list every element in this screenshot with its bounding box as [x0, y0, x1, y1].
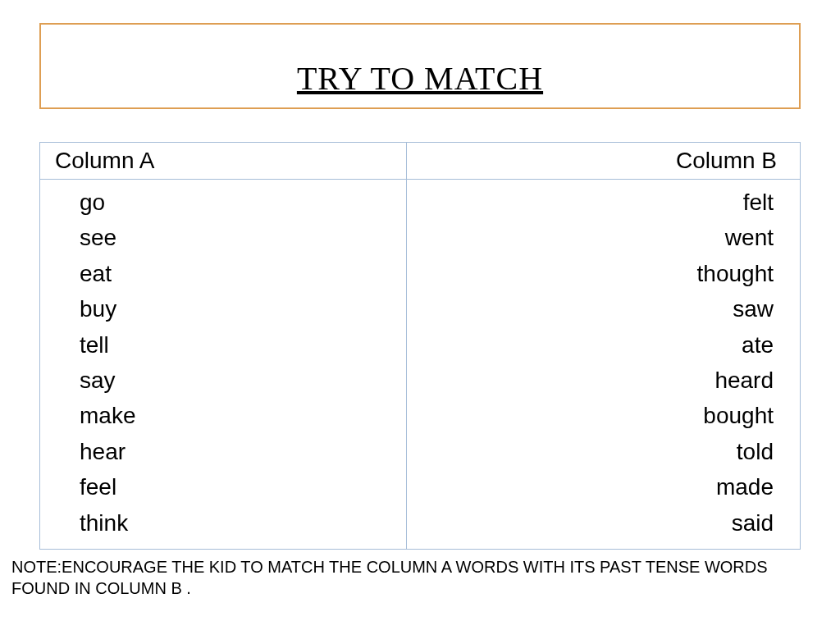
list-item: eat — [40, 256, 406, 291]
column-b-list: felt went thought saw ate heard bought t… — [407, 185, 800, 541]
list-item: buy — [40, 291, 406, 326]
column-a-cell: go see eat buy tell say make hear feel t… — [40, 180, 407, 550]
note-text: NOTE:ENCOURAGE THE KID TO MATCH THE COLU… — [11, 556, 829, 599]
column-a-header: Column A — [40, 143, 407, 180]
list-item: said — [407, 505, 800, 541]
list-item: think — [40, 505, 406, 541]
list-item: go — [40, 185, 406, 220]
list-item: see — [40, 220, 406, 255]
list-item: tell — [40, 327, 406, 363]
match-table-container: Column A Column B go see eat buy tell sa… — [39, 142, 801, 550]
list-item: bought — [407, 398, 800, 433]
match-table: Column A Column B go see eat buy tell sa… — [39, 142, 801, 550]
list-item: heard — [407, 363, 800, 398]
list-item: saw — [407, 291, 800, 326]
column-a-list: go see eat buy tell say make hear feel t… — [40, 185, 406, 541]
list-item: say — [40, 363, 406, 398]
list-item: told — [407, 434, 800, 469]
list-item: ate — [407, 327, 800, 363]
title-box: TRY TO MATCH — [39, 23, 801, 109]
list-item: thought — [407, 256, 800, 291]
list-item: went — [407, 220, 800, 255]
list-item: hear — [40, 434, 406, 469]
list-item: made — [407, 469, 800, 504]
list-item: feel — [40, 469, 406, 504]
column-b-header: Column B — [407, 143, 801, 180]
page-title: TRY TO MATCH — [297, 59, 543, 98]
column-b-cell: felt went thought saw ate heard bought t… — [407, 180, 801, 550]
list-item: make — [40, 398, 406, 433]
list-item: felt — [407, 185, 800, 220]
